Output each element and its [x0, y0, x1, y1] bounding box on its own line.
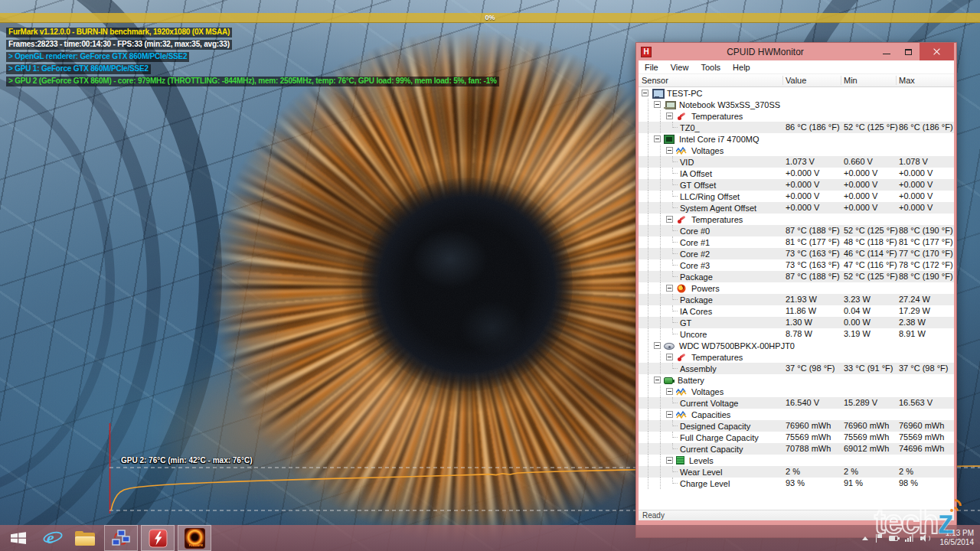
sensor-row[interactable]: GT1.30 W0.00 W2.38 W	[639, 317, 954, 328]
sensor-row[interactable]: Designed Capacity76960 mWh76960 mWh76960…	[639, 420, 954, 432]
tree-guide	[642, 305, 654, 317]
sensor-max: 86 °C (186 °F)	[899, 122, 953, 132]
sensor-row[interactable]: Full Charge Capacity75569 mWh75569 mWh75…	[639, 432, 954, 443]
sensor-row[interactable]: Notebook W35xSS_370SS	[639, 99, 954, 110]
sensor-row[interactable]: VID1.073 V0.660 V1.078 V	[639, 156, 954, 168]
taskbar-internet-explorer[interactable]: e	[37, 525, 69, 551]
sensor-row[interactable]: Temperatures	[639, 351, 954, 363]
sensor-row[interactable]: TZ0_86 °C (186 °F)52 °C (125 °F)86 °C (1…	[639, 122, 954, 133]
sensor-value: 73 °C (163 °F)	[786, 249, 840, 258]
sensor-row[interactable]: Temperatures	[639, 214, 954, 225]
sensor-row[interactable]: Voltages	[639, 145, 954, 156]
taskbar-furmark[interactable]: FURMARK	[178, 525, 211, 551]
sensor-value: 86 °C (186 °F)	[786, 122, 840, 132]
sensor-row[interactable]: System Agent Offset+0.000 V+0.000 V+0.00…	[639, 202, 954, 214]
sensor-row[interactable]: Core #181 °C (177 °F)48 °C (118 °F)81 °C…	[639, 236, 954, 248]
column-divider[interactable]	[841, 76, 841, 85]
taskbar-file-explorer[interactable]	[69, 525, 101, 551]
sensor-min: +0.000 V	[844, 203, 877, 212]
column-sensor[interactable]: Sensor	[642, 76, 668, 85]
sensor-label: Capacities	[691, 410, 730, 419]
tree-guide	[642, 122, 654, 133]
hwmonitor-titlebar[interactable]: H CPUID HWMonitor	[639, 43, 954, 60]
menu-view[interactable]: View	[665, 63, 695, 72]
tree-guide	[654, 259, 666, 271]
sensor-row[interactable]: Current Capacity70788 mWh69012 mWh74696 …	[639, 443, 954, 455]
sensor-row[interactable]: Current Voltage16.540 V15.289 V16.563 V	[639, 397, 954, 409]
tree-guide	[654, 202, 666, 214]
close-button[interactable]	[920, 43, 954, 60]
tree-guide	[654, 110, 666, 122]
sensor-row[interactable]: Temperatures	[639, 110, 954, 122]
column-value[interactable]: Value	[786, 76, 806, 85]
sensor-row[interactable]: Intel Core i7 4700MQ	[639, 133, 954, 145]
sensor-label: Full Charge Capacity	[680, 433, 759, 442]
sensor-row[interactable]: GT Offset+0.000 V+0.000 V+0.000 V	[639, 179, 954, 191]
sensor-row[interactable]: TEST-PC	[639, 87, 954, 99]
sensor-min: 52 °C (125 °F)	[844, 122, 898, 132]
sensor-value: 81 °C (177 °F)	[786, 237, 840, 246]
menu-file[interactable]: File	[639, 63, 665, 72]
sensor-label: TEST-PC	[667, 89, 702, 98]
column-divider[interactable]	[782, 76, 783, 85]
sensor-row[interactable]: Battery	[639, 374, 954, 386]
column-min[interactable]: Min	[844, 76, 858, 85]
sensor-row[interactable]: Levels	[639, 455, 954, 466]
expand-toggle[interactable]	[654, 377, 661, 383]
tree-guide	[642, 455, 654, 466]
sensor-row[interactable]: LLC/Ring Offset+0.000 V+0.000 V+0.000 V	[639, 191, 954, 202]
sensor-value: 37 °C (98 °F)	[786, 364, 835, 373]
menu-tools[interactable]: Tools	[694, 63, 727, 72]
sensor-row[interactable]: IA Offset+0.000 V+0.000 V+0.000 V	[639, 168, 954, 179]
sensor-row[interactable]: Core #273 °C (163 °F)46 °C (114 °F)77 °C…	[639, 248, 954, 259]
sensor-row[interactable]: Core #373 °C (163 °F)47 °C (116 °F)78 °C…	[639, 259, 954, 271]
column-max[interactable]: Max	[899, 76, 915, 85]
expand-toggle[interactable]	[654, 101, 661, 108]
sensor-min: 52 °C (125 °F)	[844, 226, 898, 235]
sensor-row[interactable]: Powers	[639, 282, 954, 294]
column-divider[interactable]	[896, 76, 897, 85]
sensor-row[interactable]: Charge Level93 %91 %98 %	[639, 478, 954, 489]
expand-toggle[interactable]	[666, 354, 673, 360]
sensor-row[interactable]: Package87 °C (188 °F)52 °C (125 °F)88 °C…	[639, 271, 954, 282]
sensor-label: Voltages	[691, 387, 724, 396]
expand-toggle[interactable]	[666, 457, 673, 464]
show-hidden-icons[interactable]	[862, 536, 868, 540]
furmark-hud-text: > GPU 2 (GeForce GTX 860M) - core: 979MH…	[6, 77, 499, 86]
sensor-row[interactable]: Core #087 °C (188 °F)52 °C (125 °F)88 °C…	[639, 225, 954, 236]
furmark-hud-line: > GPU 2 (GeForce GTX 860M) - core: 979MH…	[6, 75, 499, 86]
taskbar-network-app[interactable]	[104, 525, 138, 551]
minimize-button[interactable]	[875, 43, 897, 60]
maximize-button[interactable]	[897, 43, 920, 60]
sensor-row[interactable]: Capacities	[639, 409, 954, 420]
expand-toggle[interactable]	[666, 285, 673, 292]
sensor-row[interactable]: Voltages	[639, 386, 954, 397]
expand-toggle[interactable]	[666, 112, 673, 119]
tree-leaf-stub	[666, 168, 678, 179]
furmark-hud-text: FurMark v1.12.0.0 - BURN-IN benchmark, 1…	[6, 28, 232, 37]
expand-toggle[interactable]	[654, 135, 661, 142]
gpu-temp-graph-label: GPU 2: 76°C (min: 42°C - max: 76°C)	[121, 456, 252, 465]
sensor-row[interactable]: Package21.93 W3.23 W27.24 W	[639, 294, 954, 305]
start-button[interactable]	[0, 525, 37, 551]
sensor-min: 0.00 W	[844, 318, 871, 327]
menu-help[interactable]: Help	[727, 63, 756, 72]
expand-toggle[interactable]	[666, 147, 673, 154]
column-header: SensorValueMinMax	[639, 74, 954, 87]
sensor-row[interactable]: Wear Level2 %2 %2 %	[639, 466, 954, 478]
sensor-label: IA Cores	[680, 307, 712, 316]
expand-toggle[interactable]	[642, 90, 648, 96]
taskbar-lightning-app[interactable]	[141, 525, 175, 551]
sensor-row[interactable]: Uncore8.78 W3.19 W8.91 W	[639, 328, 954, 340]
sensor-row[interactable]: WDC WD7500BPKX-00HPJT0	[639, 340, 954, 351]
sensor-row[interactable]: Assembly37 °C (98 °F)33 °C (91 °F)37 °C …	[639, 363, 954, 374]
expand-toggle[interactable]	[666, 216, 673, 223]
sensor-min: 0.660 V	[844, 157, 873, 166]
expand-toggle[interactable]	[666, 388, 673, 395]
sensor-row[interactable]: IA Cores11.86 W0.04 W17.29 W	[639, 305, 954, 317]
expand-toggle[interactable]	[654, 342, 661, 349]
expand-toggle[interactable]	[666, 411, 673, 418]
sensor-value: 16.540 V	[786, 398, 819, 407]
tree-guide	[642, 466, 654, 478]
furmark-hud-text: Frames:28233 - time:00:14:30 - FPS:33 (m…	[6, 40, 232, 50]
